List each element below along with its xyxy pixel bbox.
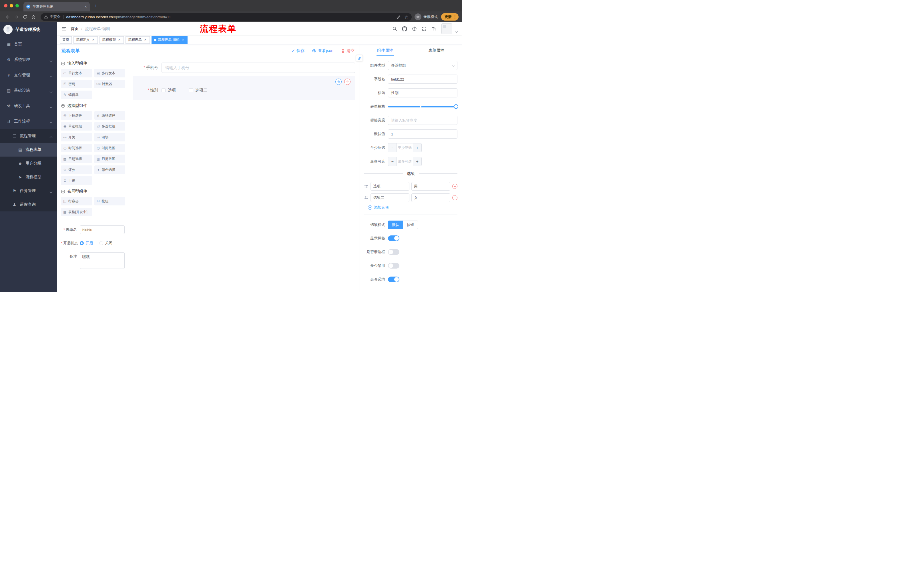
- copy-field-button[interactable]: [335, 79, 342, 85]
- component-single-line-text[interactable]: ▭单行文本: [61, 69, 92, 77]
- avatar[interactable]: [441, 23, 452, 34]
- tag-process-form[interactable]: 流程表单×: [125, 36, 150, 44]
- remove-option-button[interactable]: −: [452, 195, 457, 200]
- form-canvas[interactable]: 手机号 性别 选项一选项二: [129, 57, 359, 292]
- delete-field-button[interactable]: [344, 79, 350, 85]
- component-select[interactable]: ◎下拉选择: [61, 111, 92, 120]
- option-label-input[interactable]: [371, 193, 409, 202]
- sidebar-item-dev-tools[interactable]: ⚒研发工具: [0, 98, 57, 114]
- component-date-picker[interactable]: ▦日期选择: [61, 155, 92, 163]
- toggle-disabled[interactable]: [388, 263, 399, 268]
- checkbox-option[interactable]: 选项一: [162, 88, 180, 93]
- tag-home[interactable]: 首页: [60, 36, 72, 44]
- toggle-with-border[interactable]: [388, 249, 399, 255]
- tab-表单属性[interactable]: 表单属性: [411, 45, 462, 56]
- decrease-button[interactable]: −: [388, 157, 397, 166]
- avatar-caret-icon[interactable]: [455, 29, 457, 34]
- new-tab-button[interactable]: +: [94, 3, 97, 8]
- component-editor[interactable]: ✎编辑器: [61, 90, 92, 99]
- default-value-input[interactable]: [388, 130, 457, 138]
- hamburger-icon[interactable]: [61, 26, 67, 31]
- tag-close-icon[interactable]: ×: [117, 38, 121, 42]
- component-button[interactable]: ⊡按钮: [94, 197, 125, 206]
- option-label-input[interactable]: [371, 182, 409, 191]
- form-name-input[interactable]: [80, 225, 125, 234]
- tag-process-model[interactable]: 流程模型×: [99, 36, 124, 44]
- sidebar-item-system-management[interactable]: ⚙系统管理: [0, 52, 57, 67]
- radio-开启[interactable]: 开启: [80, 240, 93, 246]
- component-switch[interactable]: ⊶开关: [61, 133, 92, 141]
- checkbox-icon[interactable]: [189, 88, 193, 92]
- component-checkbox-group[interactable]: ☑多选框组: [94, 122, 125, 131]
- search-icon[interactable]: [392, 26, 397, 31]
- tab-close-icon[interactable]: ×: [85, 5, 87, 8]
- field-name-input[interactable]: [388, 74, 457, 84]
- canvas-field-gender[interactable]: 性别 选项一选项二: [133, 76, 355, 100]
- increase-button[interactable]: +: [413, 143, 421, 152]
- toggle-required[interactable]: [388, 276, 399, 282]
- browser-tab[interactable]: 芋道管理系统 ×: [23, 2, 90, 12]
- component-row-container[interactable]: ◫行容器: [61, 197, 92, 206]
- address-bar[interactable]: 不安全 dashboard.yudao.iocoder.cn /bpm/mana…: [41, 13, 412, 21]
- tag-close-icon[interactable]: ×: [143, 38, 147, 42]
- sidebar-item-home[interactable]: ▦首页: [0, 36, 57, 52]
- minimize-window-button[interactable]: [10, 4, 13, 7]
- toggle-show-label[interactable]: [388, 235, 399, 241]
- fullscreen-icon[interactable]: [422, 26, 427, 31]
- github-icon[interactable]: [402, 26, 407, 31]
- component-time-range[interactable]: ◴时间范围: [94, 144, 125, 152]
- sidebar-item-task-management[interactable]: ⚑任务管理: [0, 184, 57, 198]
- drag-handle-icon[interactable]: [364, 196, 368, 200]
- slider-track[interactable]: [388, 106, 457, 107]
- sidebar-item-process-form[interactable]: ▤流程表单: [0, 143, 57, 156]
- breadcrumb-item[interactable]: 首页: [71, 26, 79, 31]
- drag-handle-icon[interactable]: [364, 184, 368, 189]
- title-input[interactable]: [388, 88, 457, 97]
- checkbox-option[interactable]: 选项二: [189, 88, 207, 93]
- component-radio-group[interactable]: ◉单选框组: [61, 122, 92, 131]
- option-value-input[interactable]: [411, 193, 450, 202]
- option-style-默认[interactable]: 默认: [388, 220, 403, 229]
- slider-handle[interactable]: [454, 104, 458, 109]
- back-button[interactable]: [3, 13, 12, 21]
- sidebar-item-process-model[interactable]: ➤流程模型: [0, 170, 57, 184]
- canvas-field-phone[interactable]: 手机号: [133, 63, 355, 73]
- component-rate[interactable]: ☆评分: [61, 165, 92, 174]
- decrease-button[interactable]: −: [388, 143, 397, 152]
- view-json-button[interactable]: 查看json: [312, 48, 333, 53]
- bookmark-star-icon[interactable]: ☆: [404, 15, 408, 19]
- component-type-select[interactable]: 多选框组: [388, 61, 457, 70]
- max-select-input[interactable]: 最多可选: [397, 157, 413, 166]
- close-window-button[interactable]: [4, 4, 7, 7]
- component-cascader[interactable]: ⋔级联选择: [94, 111, 125, 120]
- save-button[interactable]: ✓保存: [292, 48, 305, 53]
- radio-关闭[interactable]: 关闭: [99, 240, 112, 246]
- checkbox-icon[interactable]: [162, 88, 165, 92]
- home-button[interactable]: [29, 13, 38, 21]
- tag-close-icon[interactable]: ×: [181, 38, 185, 42]
- grid-slider[interactable]: [388, 102, 457, 111]
- component-slider[interactable]: ⊸滑块: [94, 133, 125, 141]
- component-password[interactable]: ⚿密码: [61, 80, 92, 88]
- component-upload[interactable]: ↥上传: [61, 176, 92, 185]
- increase-button[interactable]: +: [413, 157, 421, 166]
- add-option-button[interactable]: + 添加选项: [368, 205, 457, 210]
- tag-process-definition[interactable]: 流程定义×: [73, 36, 98, 44]
- remove-option-button[interactable]: −: [452, 184, 457, 189]
- label-width-input[interactable]: [388, 116, 457, 125]
- font-size-icon[interactable]: [431, 26, 437, 31]
- clear-button[interactable]: 清空: [341, 48, 355, 53]
- reload-button[interactable]: [21, 13, 29, 21]
- tag-process-form-edit[interactable]: 流程表单-编辑×: [152, 36, 188, 44]
- browser-update-button[interactable]: 更新 ⋮: [441, 13, 459, 21]
- option-value-input[interactable]: [411, 182, 450, 191]
- sidebar-item-payment-management[interactable]: ¥支付管理: [0, 67, 57, 83]
- tab-组件属性[interactable]: 组件属性: [360, 45, 411, 56]
- zoom-window-button[interactable]: [15, 4, 19, 7]
- tag-close-icon[interactable]: ×: [91, 38, 95, 42]
- password-key-icon[interactable]: [396, 15, 401, 19]
- phone-input[interactable]: [162, 63, 355, 73]
- component-multi-line-text[interactable]: ▤多行文本: [94, 69, 125, 77]
- form-remark-textarea[interactable]: 嘿嘿: [80, 252, 125, 269]
- sidebar-item-user-group[interactable]: ☻用户分组: [0, 156, 57, 170]
